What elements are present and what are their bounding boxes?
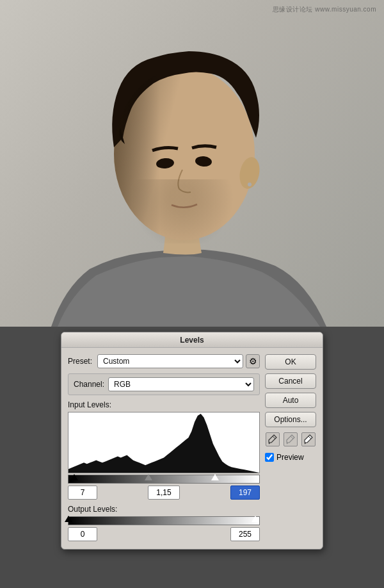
histogram-container bbox=[68, 412, 260, 473]
output-values-row bbox=[68, 527, 260, 541]
white-input-thumb[interactable] bbox=[211, 474, 219, 480]
output-slider-area bbox=[68, 516, 260, 525]
output-levels-label: Output Levels: bbox=[68, 505, 260, 514]
input-white-value[interactable] bbox=[230, 486, 260, 500]
channel-select[interactable]: RGB Red Green Blue bbox=[108, 377, 254, 391]
black-eyedropper-button[interactable] bbox=[266, 432, 280, 446]
input-black-value[interactable] bbox=[68, 486, 97, 500]
histogram-svg bbox=[68, 412, 259, 473]
black-input-thumb[interactable] bbox=[70, 474, 78, 480]
eyedropper-row bbox=[265, 432, 316, 446]
dialog-titlebar[interactable]: Levels bbox=[61, 332, 323, 348]
preview-row: Preview bbox=[265, 453, 316, 462]
options-button[interactable]: Options... bbox=[265, 412, 316, 427]
channel-row: Channel: RGB Red Green Blue bbox=[74, 377, 254, 391]
input-slider-track[interactable] bbox=[68, 475, 260, 484]
black-output-thumb[interactable] bbox=[65, 516, 72, 522]
black-eyedropper-icon bbox=[268, 434, 277, 445]
photo-canvas bbox=[0, 0, 384, 327]
left-panel: Preset: Custom ⚙ Channel: RGB Red Green … bbox=[68, 354, 260, 541]
white-eyedropper-icon bbox=[304, 434, 313, 445]
dialog-body: Preset: Custom ⚙ Channel: RGB Red Green … bbox=[61, 348, 323, 541]
preset-label: Preset: bbox=[68, 357, 92, 366]
preset-select[interactable]: Custom bbox=[97, 354, 243, 368]
white-eyedropper-button[interactable] bbox=[301, 432, 316, 446]
preview-checkbox[interactable] bbox=[265, 453, 274, 462]
watermark: 思缘设计论坛 www.missyuan.com bbox=[273, 5, 376, 14]
mid-input-thumb[interactable] bbox=[145, 474, 152, 480]
input-values-row bbox=[68, 486, 260, 500]
photo-area: 思缘设计论坛 www.missyuan.com bbox=[0, 0, 384, 327]
gray-eyedropper-icon bbox=[286, 434, 295, 445]
input-levels-label: Input Levels: bbox=[68, 400, 260, 409]
ok-button[interactable]: OK bbox=[265, 354, 316, 370]
output-white-value[interactable] bbox=[230, 527, 260, 541]
channel-box: Channel: RGB Red Green Blue bbox=[68, 373, 260, 395]
output-black-value[interactable] bbox=[68, 527, 97, 541]
preview-label[interactable]: Preview bbox=[276, 453, 304, 462]
output-section: Output Levels: bbox=[68, 505, 260, 541]
input-mid-value[interactable] bbox=[148, 486, 180, 500]
cancel-button[interactable]: Cancel bbox=[265, 373, 316, 389]
gray-eyedropper-button[interactable] bbox=[284, 432, 298, 446]
right-panel: OK Cancel Auto Options... bbox=[265, 354, 316, 541]
svg-line-1 bbox=[273, 436, 275, 439]
output-slider-track[interactable] bbox=[68, 516, 260, 525]
preset-row: Preset: Custom ⚙ bbox=[68, 354, 260, 368]
input-slider-area bbox=[68, 475, 260, 484]
white-output-thumb[interactable] bbox=[252, 516, 259, 522]
dialog-title: Levels bbox=[180, 336, 204, 345]
channel-label: Channel: bbox=[74, 380, 104, 389]
svg-line-3 bbox=[291, 436, 293, 439]
gear-button[interactable]: ⚙ bbox=[246, 354, 260, 368]
levels-dialog: Levels Preset: Custom ⚙ Channel: RGB Red bbox=[61, 332, 323, 550]
auto-button[interactable]: Auto bbox=[265, 393, 316, 408]
